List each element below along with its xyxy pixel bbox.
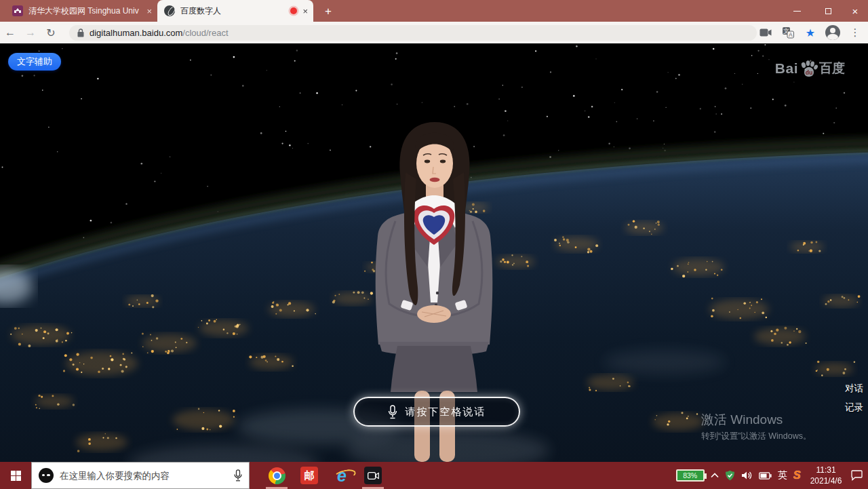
taskbar-chrome[interactable] [263,462,290,489]
push-to-talk-prompt[interactable]: 请按下空格说话 [353,397,520,427]
volume-icon[interactable] [741,471,753,480]
tab-title: 百度数字人 [180,5,285,17]
clock-time: 11:31 [807,465,845,475]
mail-app-icon: 邮 [300,467,318,484]
cortana-icon [39,468,54,483]
windows-taskbar: 邮 e 83% [0,462,868,489]
activate-windows-watermark: 激活 Windows 转到“设置”以激活 Windows。 [701,411,812,442]
browser-toolbar: ← → ↻ digitalhuman.baidu.com/cloud/react… [0,22,868,43]
search-mic-icon[interactable] [234,469,242,482]
microphone-icon [388,405,397,419]
reload-button[interactable]: ↻ [41,26,61,39]
minimize-icon [793,11,801,12]
window-minimize-button[interactable] [784,0,810,22]
baidu-paw-icon: du [800,60,818,77]
side-panel-tabs: 对话 记录 [845,383,863,414]
defender-shield-icon[interactable] [725,470,735,481]
lock-icon [77,28,84,37]
browser-titlebar: 清华大学校园网 Tsinghua Univ × 百度数字人 × + × [0,0,868,22]
url-host: digitalhuman.baidu.com [90,28,182,38]
taskbar-search-input[interactable] [60,471,228,481]
globe-icon [164,5,175,16]
window-close-button[interactable]: × [842,0,868,22]
start-button[interactable] [0,462,31,489]
ie-icon: e [337,467,347,484]
browser-menu-icon[interactable]: ⋮ [846,24,864,41]
tab-recording-indicator [290,7,297,14]
url-text: digitalhuman.baidu.com/cloud/react [90,28,229,38]
browser-window: 清华大学校园网 Tsinghua Univ × 百度数字人 × + × ← → … [0,0,868,489]
address-bar[interactable]: digitalhuman.baidu.com/cloud/react [69,25,757,41]
tab-close-icon[interactable]: × [146,7,152,16]
system-tray: 83% [676,462,868,489]
watermark-line1: 激活 Windows [701,411,812,429]
svg-text:du: du [806,69,812,76]
action-center-icon[interactable] [851,470,863,481]
taskbar-mail-app[interactable]: 邮 [296,462,323,489]
mic-prompt-text: 请按下空格说话 [406,406,486,418]
windows-logo-icon [11,471,21,481]
battery-icon[interactable] [759,472,772,480]
bookmark-star-icon[interactable]: ★ [802,24,819,41]
taskbar-screen-recorder[interactable] [359,462,387,489]
tab-close-icon[interactable]: × [302,7,308,16]
record-tab[interactable]: 记录 [845,402,863,414]
clock-date: 2021/4/6 [807,475,845,486]
baidu-logo: Bai du 百度 [775,60,845,77]
chrome-icon [269,467,285,484]
svg-text:A: A [789,31,793,38]
camera-access-icon[interactable] [757,24,774,41]
tsinghua-gate-icon [12,5,23,16]
baidu-logo-cn: 百度 [819,60,845,77]
forward-button[interactable]: → [20,26,41,39]
sogou-input-icon[interactable]: S [793,469,801,482]
back-button[interactable]: ← [0,26,20,39]
taskbar-internet-explorer[interactable]: e [328,462,355,489]
tray-expand-chevron-icon[interactable] [711,473,719,478]
window-maximize-button[interactable] [815,0,841,22]
new-tab-button[interactable]: + [320,3,336,20]
tab-baidu-digital-human[interactable]: 百度数字人 × [157,0,313,22]
taskbar-clock[interactable]: 11:31 2021/4/6 [807,465,845,486]
translate-icon[interactable]: 文 A [779,24,797,41]
dialog-tab[interactable]: 对话 [845,383,863,395]
text-assist-button[interactable]: 文字辅助 [8,53,61,71]
url-path: /cloud/react [182,28,228,38]
battery-percent-badge[interactable]: 83% [676,469,705,482]
watermark-line2: 转到“设置”以激活 Windows。 [701,431,812,442]
tab-tsinghua[interactable]: 清华大学校园网 Tsinghua Univ × [5,0,157,22]
maximize-icon [825,8,831,14]
digital-human-page: 文字辅助 Bai du 百度 请按下空格说话 对话 [0,43,868,462]
taskbar-search[interactable] [31,462,250,489]
avatar-icon [825,25,840,40]
input-language-indicator[interactable]: 英 [778,469,787,482]
camera-app-icon [364,467,382,484]
tab-title: 清华大学校园网 Tsinghua Univ [28,5,141,17]
profile-avatar[interactable] [824,24,842,41]
toolbar-icons: 文 A ★ ⋮ [757,22,864,43]
baidu-logo-text: Bai [775,60,798,77]
